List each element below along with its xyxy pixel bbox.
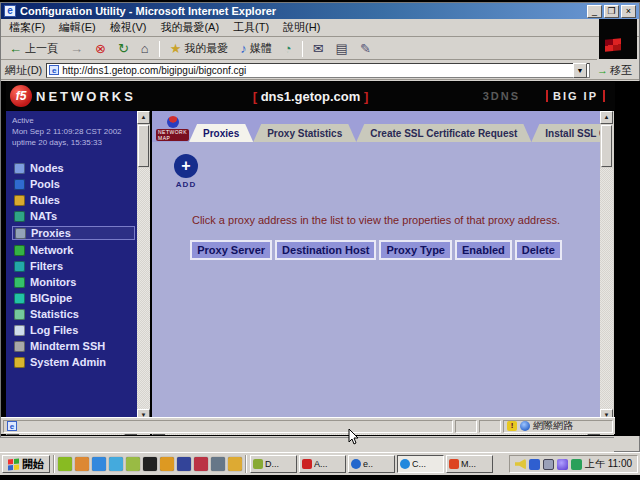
back-button[interactable]: ← 上一頁 <box>5 40 62 57</box>
volume-icon[interactable] <box>515 459 526 470</box>
sidebar-item-log-files[interactable]: Log Files <box>12 324 135 336</box>
close-button[interactable]: × <box>621 5 636 18</box>
toolbar-separator <box>159 41 160 57</box>
network-map-button[interactable]: NETWORK MAP <box>156 116 189 141</box>
scroll-up-icon[interactable]: ▲ <box>600 111 613 124</box>
tab-proxy-statistics[interactable]: Proxy Statistics <box>253 124 356 142</box>
task-window-button[interactable]: e.. <box>348 455 395 473</box>
column-header-proxy-type[interactable]: Proxy Type <box>379 240 452 260</box>
quick-launch-icon[interactable] <box>228 457 242 471</box>
nav-bigip[interactable]: BIG IP <box>546 90 605 102</box>
menu-file[interactable]: 檔案(F) <box>9 20 45 35</box>
mail-button[interactable]: ✉ <box>309 41 328 57</box>
taskbar: 開始 D... A... e.. C... M... <box>0 452 640 475</box>
main-vertical-scrollbar[interactable]: ▲ ▼ <box>600 111 614 422</box>
media-button[interactable]: ♪ 媒體 <box>236 40 276 57</box>
task-window-button[interactable]: D... <box>250 455 297 473</box>
sidebar-item-nats[interactable]: NATs <box>12 210 135 222</box>
sidebar-vertical-scrollbar[interactable]: ▲ ▼ <box>137 111 150 422</box>
sidebar-item-monitors[interactable]: Monitors <box>12 276 135 288</box>
sidebar-item-system-admin[interactable]: System Admin <box>12 356 135 368</box>
start-button[interactable]: 開始 <box>2 455 50 473</box>
app-tray-icon[interactable] <box>557 459 568 470</box>
minimize-button[interactable]: _ <box>587 5 602 18</box>
address-input[interactable] <box>62 65 570 76</box>
network-map-label: NETWORK MAP <box>156 129 189 141</box>
tab-proxies[interactable]: Proxies <box>189 124 253 142</box>
menu-tools[interactable]: 工具(T) <box>233 20 269 35</box>
scrollbar-track[interactable] <box>600 168 613 409</box>
sidebar-item-mindterm-ssh[interactable]: Mindterm SSH <box>12 340 135 352</box>
network-map-icon <box>167 116 179 128</box>
scrollbar-thumb[interactable] <box>601 125 612 167</box>
quick-launch-icon[interactable] <box>58 457 72 471</box>
scroll-up-icon[interactable]: ▲ <box>137 111 150 124</box>
sidebar-item-rules[interactable]: Rules <box>12 194 135 206</box>
favorites-button[interactable]: ★ 我的最愛 <box>166 40 233 57</box>
tab-install-ssl-certificate[interactable]: Install SSL Certif <box>531 124 600 142</box>
edit-button[interactable]: ✎ <box>356 41 375 57</box>
quick-launch-icon[interactable] <box>92 457 106 471</box>
sidebar-item-label: Network <box>30 244 73 256</box>
menu-view[interactable]: 檢視(V) <box>110 20 147 35</box>
forward-button[interactable]: → <box>66 41 87 57</box>
address-dropdown-button[interactable]: ▼ <box>573 63 587 78</box>
menu-favorites[interactable]: 我的最愛(A) <box>160 20 219 35</box>
column-header-destination-host[interactable]: Destination Host <box>275 240 376 260</box>
sidebar-item-label: NATs <box>30 210 57 222</box>
scrollbar-track[interactable] <box>137 168 150 409</box>
add-icon[interactable]: + <box>174 154 198 178</box>
system-admin-icon <box>14 357 25 368</box>
app-tray-icon[interactable] <box>571 459 582 470</box>
sidebar-item-proxies[interactable]: Proxies <box>12 226 135 240</box>
task-window-button[interactable]: A... <box>299 455 346 473</box>
display-tray-icon[interactable] <box>543 459 554 470</box>
quick-launch-icon[interactable] <box>109 457 123 471</box>
menu-help[interactable]: 說明(H) <box>283 20 320 35</box>
history-button[interactable]: ◔ <box>280 41 296 57</box>
refresh-button[interactable]: ↻ <box>114 41 133 57</box>
quick-launch-icon[interactable] <box>75 457 89 471</box>
quick-launch-bar <box>58 457 242 471</box>
sidebar-item-nodes[interactable]: Nodes <box>12 162 135 174</box>
task-window-button-active[interactable]: C... <box>397 455 444 473</box>
sidebar-item-bigpipe[interactable]: BIGpipe <box>12 292 135 304</box>
task-button-label: C... <box>412 459 426 469</box>
task-window-button[interactable]: M... <box>446 455 493 473</box>
sidebar-item-statistics[interactable]: Statistics <box>12 308 135 320</box>
app-icon <box>449 459 459 469</box>
quick-launch-icon[interactable] <box>177 457 191 471</box>
media-icon: ♪ <box>240 42 247 56</box>
add-proxy-control[interactable]: + ADD <box>168 154 204 189</box>
go-button[interactable]: → 移至 <box>594 63 635 78</box>
status-active: Active <box>12 115 135 126</box>
column-header-proxy-server[interactable]: Proxy Server <box>190 240 272 260</box>
sidebar-item-network[interactable]: Network <box>12 244 135 256</box>
column-header-enabled[interactable]: Enabled <box>455 240 512 260</box>
home-button[interactable]: ⌂ <box>137 41 153 57</box>
taskbar-separator <box>53 455 55 473</box>
sidebar-item-label: Filters <box>30 260 63 272</box>
sidebar-item-label: System Admin <box>30 356 106 368</box>
sidebar-item-label: Statistics <box>30 308 79 320</box>
taskbar-clock[interactable]: 上午 11:00 <box>585 457 632 471</box>
maximize-button[interactable]: ❐ <box>604 5 619 18</box>
column-header-delete[interactable]: Delete <box>515 240 562 260</box>
sidebar-item-pools[interactable]: Pools <box>12 178 135 190</box>
tab-create-ssl-certificate-request[interactable]: Create SSL Certificate Request <box>356 124 531 142</box>
print-button[interactable]: ▤ <box>332 41 352 57</box>
menu-edit[interactable]: 編輯(E) <box>59 20 96 35</box>
title-bar[interactable]: e Configuration Utility - Microsoft Inte… <box>1 3 639 19</box>
stop-button[interactable]: ⊗ <box>91 41 110 57</box>
quick-launch-icon[interactable] <box>194 457 208 471</box>
quick-launch-icon[interactable] <box>143 457 157 471</box>
scrollbar-thumb[interactable] <box>138 125 149 167</box>
quick-launch-icon[interactable] <box>211 457 225 471</box>
sidebar-item-filters[interactable]: Filters <box>12 260 135 272</box>
network-tray-icon[interactable] <box>529 459 540 470</box>
menu-bar: 檔案(F) 編輯(E) 檢視(V) 我的最愛(A) 工具(T) 說明(H) <box>1 19 639 37</box>
quick-launch-icon[interactable] <box>126 457 140 471</box>
back-label: 上一頁 <box>25 41 58 56</box>
quick-launch-icon[interactable] <box>160 457 174 471</box>
nav-3dns[interactable]: 3DNS <box>483 90 520 102</box>
